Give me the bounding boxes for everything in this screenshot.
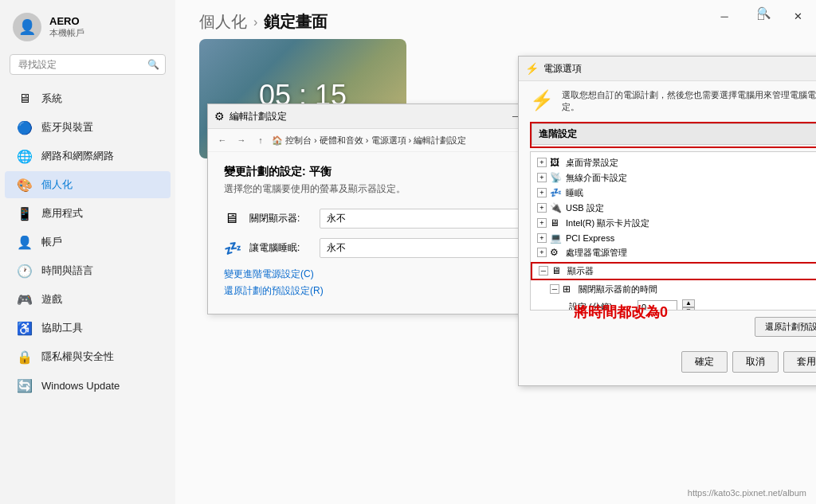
sidebar-label-accounts: 帳戶 <box>41 235 62 249</box>
desktop-bg-icon: 🖼 <box>550 157 563 168</box>
sidebar-item-time[interactable]: 🕐 時間與語言 <box>5 257 171 284</box>
sidebar-profile: 👤 AERO 本機帳戶 <box>0 0 175 48</box>
edit-plan-section-subtitle: 選擇您的電腦要使用的螢幕及顯示器設定。 <box>224 182 557 196</box>
expand-processor[interactable]: + <box>537 248 547 257</box>
addr-forward-btn[interactable]: → <box>233 132 249 148</box>
user-subtitle: 本機帳戶 <box>49 27 84 39</box>
main-search-icon[interactable]: 🔍 <box>755 5 771 21</box>
usb-label: USB 設定 <box>566 202 604 214</box>
close-button[interactable]: ✕ <box>779 3 816 29</box>
time-icon: 🕐 <box>18 264 32 278</box>
system-icon: 🖥 <box>18 92 32 106</box>
search-box[interactable]: 🔍 <box>10 54 166 75</box>
tree-item-sleep[interactable]: + 💤 睡眠 <box>531 186 816 201</box>
main-content: 🔍 ─ □ ✕ 個人化 › 鎖定畫面 05 : 15 2023年1月1日 星期日 <box>175 0 816 504</box>
advanced-settings-header[interactable]: 進階設定 ▾ <box>532 123 816 145</box>
desktop-bg-label: 桌面背景設定 <box>566 157 618 169</box>
monitor-label: 關閉顯示器: <box>249 212 313 225</box>
avatar: 👤 <box>13 13 41 41</box>
expand-display-time[interactable]: ─ <box>550 284 559 294</box>
sidebar-item-windows-update[interactable]: 🔄 Windows Update <box>5 372 171 399</box>
sidebar-label-windows-update: Windows Update <box>41 380 120 392</box>
monitor-value: 永不 <box>327 212 346 225</box>
sleep-tree-icon: 💤 <box>550 187 563 198</box>
display-time-label: 關閉顯示器前的時間 <box>579 283 657 295</box>
personalization-icon: 🎨 <box>18 178 32 192</box>
display-icon: 🖥 <box>551 265 564 276</box>
sidebar-item-system[interactable]: 🖥 系統 <box>5 85 171 112</box>
expand-wifi[interactable]: + <box>537 173 547 182</box>
expand-desktop-bg[interactable]: + <box>537 158 547 167</box>
power-window-body: ⚡ 選取您想自訂的電源計劃，然後您也需要選擇電腦用來管理電腦電力的設定。 進階設… <box>519 81 816 385</box>
tree-item-display-time[interactable]: ─ ⊞ 關閉顯示器前的時間 <box>531 282 816 297</box>
accounts-icon: 👤 <box>18 235 32 249</box>
expand-usb[interactable]: + <box>537 203 547 213</box>
restore-defaults-button[interactable]: 還原計劃預設值(R) <box>755 317 816 337</box>
sidebar-item-network[interactable]: 🌐 網路和網際網路 <box>5 143 171 170</box>
display-label: 顯示器 <box>567 265 594 277</box>
breadcrumb: 個人化 › 鎖定畫面 <box>199 11 328 33</box>
tree-item-pci[interactable]: + 💻 PCI Express <box>531 231 816 245</box>
apps-icon: 📱 <box>18 206 32 221</box>
breadcrumb-parent[interactable]: 個人化 <box>199 11 247 33</box>
power-title-text: 電源選項 <box>543 62 582 76</box>
expand-pci[interactable]: + <box>537 233 547 243</box>
window-controls-main: 🔍 ─ □ ✕ <box>706 0 816 32</box>
watermark: https://kato3c.pixnet.net/album <box>688 488 806 498</box>
tree-item-processor[interactable]: + ⚙ 處理器電源管理 <box>531 245 816 260</box>
power-desc-icon: ⚡ <box>530 89 554 111</box>
processor-icon: ⚙ <box>550 247 563 258</box>
sleep-label: 讓電腦睡眠: <box>249 241 313 255</box>
sidebar-item-accessibility[interactable]: ♿ 協助工具 <box>5 315 171 342</box>
sidebar-item-apps[interactable]: 📱 應用程式 <box>5 200 171 227</box>
restore-plan-link[interactable]: 還原計劃的預設設定(R) <box>224 284 557 298</box>
sidebar-label-network: 網路和網際網路 <box>41 149 114 163</box>
tree-item-usb[interactable]: + 🔌 USB 設定 <box>531 201 816 216</box>
wifi-icon: 📡 <box>550 172 563 183</box>
setting-input[interactable] <box>638 300 677 311</box>
apply-button[interactable]: 套用(A) <box>783 351 816 373</box>
tree-item-intel[interactable]: + 🖥 Intel(R) 顯示卡片設定 <box>531 216 816 231</box>
spinner-up[interactable]: ▲ <box>682 299 695 307</box>
display-time-icon: ⊞ <box>563 283 575 295</box>
intel-icon: 🖥 <box>550 217 563 229</box>
breadcrumb-separator: › <box>253 15 257 29</box>
edit-plan-title-icon: ⚙ <box>214 110 225 123</box>
sidebar-label-accessibility: 協助工具 <box>41 321 83 335</box>
sidebar-item-privacy[interactable]: 🔒 隱私權與安全性 <box>5 343 171 370</box>
search-input[interactable] <box>10 54 166 75</box>
power-tree: + 🖼 桌面背景設定 + 📡 無線介面卡設定 + 💤 睡眠 <box>530 151 816 311</box>
intel-label: Intel(R) 顯示卡片設定 <box>566 217 649 229</box>
breadcrumb-current: 鎖定畫面 <box>264 11 328 33</box>
monitor-off-row: 🖥 關閉顯示器: 永不 ▾ <box>224 209 557 229</box>
setting-label: 設定 (分鐘): <box>569 301 633 311</box>
addr-icon: 🏠 <box>272 135 283 146</box>
sidebar-item-personalization[interactable]: 🎨 個人化 <box>5 171 171 198</box>
power-desc-row: ⚡ 選取您想自訂的電源計劃，然後您也需要選擇電腦用來管理電腦電力的設定。 <box>530 89 816 114</box>
power-dialog-buttons: 確定 取消 套用(A) <box>530 346 816 377</box>
tree-item-display[interactable]: ─ 🖥 顯示器 <box>532 264 816 279</box>
edit-plan-section-title: 變更計劃的設定: 平衡 <box>224 165 557 179</box>
ok-button[interactable]: 確定 <box>681 351 728 373</box>
tree-item-desktop-bg[interactable]: + 🖼 桌面背景設定 <box>531 155 816 170</box>
expand-intel[interactable]: + <box>537 218 547 228</box>
sidebar-item-bluetooth[interactable]: 🔵 藍牙與裝置 <box>5 114 171 141</box>
addr-up-btn[interactable]: ↑ <box>253 132 269 148</box>
sidebar-label-personalization: 個人化 <box>41 178 73 192</box>
expand-display[interactable]: ─ <box>539 266 548 275</box>
sidebar: 👤 AERO 本機帳戶 🔍 🖥 系統 🔵 藍牙與裝置 🌐 網路和網際網路 <box>0 0 175 504</box>
addr-back-btn[interactable]: ← <box>214 132 230 148</box>
sleep-tree-label: 睡眠 <box>566 187 583 199</box>
setting-input-row: 設定 (分鐘): ▲ ▼ <box>531 297 816 311</box>
tree-item-wifi[interactable]: + 📡 無線介面卡設定 <box>531 170 816 186</box>
expand-sleep[interactable]: + <box>537 188 547 197</box>
gaming-icon: 🎮 <box>18 292 32 307</box>
window-links: 變更進階電源設定(C) 還原計劃的預設設定(R) <box>224 268 557 298</box>
minimize-button[interactable]: ─ <box>706 3 743 29</box>
sidebar-item-accounts[interactable]: 👤 帳戶 <box>5 229 171 256</box>
advanced-power-link[interactable]: 變更進階電源設定(C) <box>224 268 557 281</box>
spinner-down[interactable]: ▼ <box>682 307 695 311</box>
sidebar-nav: 🖥 系統 🔵 藍牙與裝置 🌐 網路和網際網路 🎨 個人化 📱 應用程式 👤 <box>0 84 175 504</box>
sidebar-item-gaming[interactable]: 🎮 遊戲 <box>5 286 171 313</box>
cancel-button[interactable]: 取消 <box>732 351 779 373</box>
